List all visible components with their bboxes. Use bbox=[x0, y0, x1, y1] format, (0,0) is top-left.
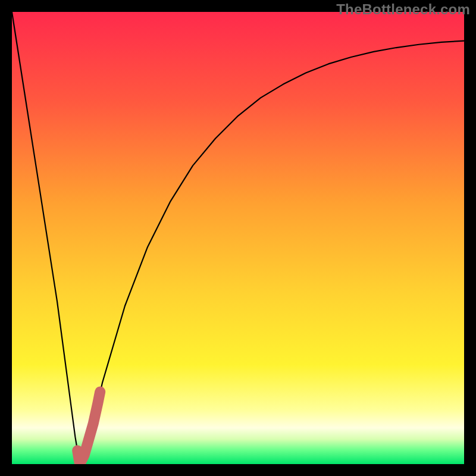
plot-area bbox=[12, 12, 464, 464]
gradient-background bbox=[12, 12, 464, 464]
chart-frame: TheBottleneck.com bbox=[0, 0, 476, 476]
watermark-text: TheBottleneck.com bbox=[336, 1, 470, 18]
plot-svg bbox=[12, 12, 464, 464]
